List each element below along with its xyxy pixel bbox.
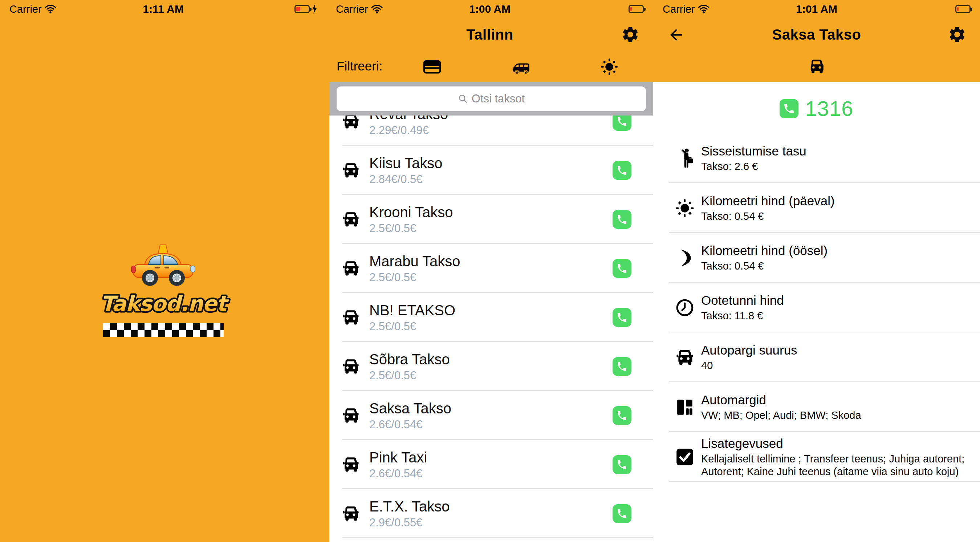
status-bar: Carrier 1:01 AM bbox=[653, 0, 980, 18]
taxi-price: 2.29€/0.49€ bbox=[369, 124, 448, 137]
phone-icon bbox=[616, 263, 628, 274]
settings-gear-icon[interactable] bbox=[947, 25, 967, 44]
hailing-person-icon bbox=[673, 148, 696, 169]
detail-row-title: Lisategevused bbox=[701, 436, 966, 451]
battery-icon bbox=[294, 5, 310, 13]
taxi-name: Saksa Takso bbox=[369, 400, 451, 417]
status-bar: Carrier 1:00 AM bbox=[326, 0, 653, 18]
car-icon bbox=[340, 163, 361, 179]
taxi-name: NB! ETAKSO bbox=[369, 302, 455, 319]
taxi-price: 2.5€/0.5€ bbox=[369, 271, 460, 284]
minivan-filter-icon[interactable] bbox=[510, 57, 530, 77]
phone-icon bbox=[616, 459, 628, 470]
detail-row: Ootetunni hind Takso: 11.8 € bbox=[653, 283, 980, 332]
call-button[interactable] bbox=[612, 406, 632, 425]
page-title: Saksa Takso bbox=[772, 27, 861, 43]
taxi-row[interactable]: Saksa Takso 2.6€/0.54€ bbox=[329, 391, 653, 440]
taxi-name: Sõbra Takso bbox=[369, 351, 450, 368]
phone-icon bbox=[616, 410, 628, 421]
clock-icon bbox=[673, 299, 696, 317]
checkered-flag-strip bbox=[103, 323, 224, 337]
phone-number[interactable]: 1316 bbox=[805, 96, 853, 121]
taxi-name: Marabu Takso bbox=[369, 253, 460, 269]
taxi-row[interactable]: E.T.X. Takso 2.9€/0.55€ bbox=[329, 489, 653, 538]
phone-icon bbox=[616, 164, 628, 176]
detail-row: Automargid VW; MB; Opel; Audi; BMW; Skod… bbox=[653, 382, 980, 432]
taxi-row[interactable]: Pink Taxi 2.6€/0.54€ bbox=[329, 440, 653, 489]
nav-bar: Tallinn bbox=[326, 18, 653, 51]
moon-icon bbox=[673, 249, 696, 267]
detail-row: Lisategevused Kellajaliselt tellimine ; … bbox=[653, 432, 980, 482]
detail-row-value: Takso: 11.8 € bbox=[701, 309, 784, 322]
call-button[interactable] bbox=[780, 99, 799, 118]
call-button[interactable] bbox=[612, 259, 632, 278]
phone-icon bbox=[616, 116, 628, 127]
taxi-price: 2.6€/0.54€ bbox=[369, 418, 451, 431]
taxi-name: Kiisu Takso bbox=[369, 155, 442, 171]
taxi-row[interactable]: Krooni Takso 2.5€/0.5€ bbox=[329, 195, 653, 244]
call-button[interactable] bbox=[612, 308, 632, 327]
car-icon bbox=[340, 408, 361, 424]
logo-wordmark: Taksod.net bbox=[87, 289, 240, 318]
search-icon bbox=[458, 94, 468, 104]
car-icon bbox=[340, 260, 361, 276]
page-title: Tallinn bbox=[466, 27, 513, 43]
taxi-price: 2.5€/0.5€ bbox=[369, 320, 455, 333]
car-icon bbox=[340, 211, 361, 227]
detail-row-value: Takso: 2.6 € bbox=[701, 160, 807, 173]
detail-row-value: Takso: 0.54 € bbox=[701, 210, 835, 223]
phone-icon bbox=[616, 361, 628, 372]
panel-splash: Carrier 1:11 AM bbox=[0, 0, 326, 542]
detail-row-value: Takso: 0.54 € bbox=[701, 260, 827, 273]
detail-row-title: Automargid bbox=[701, 392, 861, 408]
panel-taxi-detail: Carrier 1:01 AM Saksa Takso bbox=[653, 0, 980, 542]
taxi-name: Pink Taxi bbox=[369, 449, 427, 466]
battery-icon bbox=[628, 5, 644, 13]
call-button[interactable] bbox=[612, 357, 632, 376]
detail-row: Kilomeetri hind (öösel) Takso: 0.54 € bbox=[653, 233, 980, 283]
taxi-row[interactable]: Marabu Takso 2.5€/0.5€ bbox=[329, 244, 653, 293]
sun-daytime-filter-icon[interactable] bbox=[599, 57, 619, 77]
grid-icon bbox=[673, 398, 696, 416]
search-bar-strip: Otsi taksot bbox=[329, 82, 653, 116]
call-button[interactable] bbox=[612, 504, 632, 523]
phone-icon bbox=[616, 508, 628, 520]
call-button[interactable] bbox=[612, 455, 632, 474]
taxi-row[interactable]: Sõbra Takso 2.5€/0.5€ bbox=[329, 342, 653, 391]
car-icon bbox=[807, 59, 826, 74]
taxi-detail-content: 1316 Sisseistumise tasu Takso: 2.6 € bbox=[653, 82, 980, 542]
filter-row: Filtreeri: bbox=[326, 51, 653, 82]
taxi-price: 2.5€/0.5€ bbox=[369, 369, 450, 382]
taxi-price: 2.6€/0.54€ bbox=[369, 467, 427, 480]
call-button[interactable] bbox=[612, 161, 632, 180]
taxi-name: E.T.X. Takso bbox=[369, 498, 450, 515]
taxi-price: 2.5€/0.5€ bbox=[369, 222, 453, 235]
taxi-row[interactable]: NB! ETAKSO 2.5€/0.5€ bbox=[329, 293, 653, 342]
detail-row-value: 40 bbox=[701, 359, 797, 372]
detail-row-title: Ootetunni hind bbox=[701, 293, 784, 308]
car-icon bbox=[340, 113, 361, 129]
car-icon bbox=[673, 349, 696, 366]
car-icon bbox=[340, 457, 361, 473]
detail-row-value: Kellajaliselt tellimine ; Transfeer teen… bbox=[701, 453, 966, 478]
status-time: 1:11 AM bbox=[0, 3, 326, 15]
phone-icon bbox=[616, 312, 628, 323]
taxi-cartoon-illustration bbox=[131, 244, 196, 288]
call-button[interactable] bbox=[612, 210, 632, 229]
filter-label: Filtreeri: bbox=[337, 59, 382, 73]
back-arrow-icon[interactable] bbox=[667, 26, 685, 44]
search-placeholder: Otsi taksot bbox=[472, 92, 525, 105]
detail-row-value: VW; MB; Opel; Audi; BMW; Skoda bbox=[701, 409, 861, 422]
battery-icon bbox=[955, 5, 970, 13]
detail-row-title: Autopargi suurus bbox=[701, 343, 797, 358]
detail-row: Sisseistumise tasu Takso: 2.6 € bbox=[653, 133, 980, 183]
settings-gear-icon[interactable] bbox=[620, 25, 640, 44]
taxi-price: 2.84€/0.5€ bbox=[369, 173, 442, 186]
checkbox-icon bbox=[673, 448, 696, 466]
search-input[interactable]: Otsi taksot bbox=[337, 86, 646, 111]
card-payment-filter-icon[interactable] bbox=[422, 57, 442, 77]
taxi-row[interactable]: Kiisu Takso 2.84€/0.5€ bbox=[329, 146, 653, 195]
panel-taxi-list: Carrier 1:00 AM Tallinn bbox=[326, 0, 653, 542]
detail-row-title: Sisseistumise tasu bbox=[701, 143, 807, 159]
taxi-price: 2.9€/0.55€ bbox=[369, 516, 450, 529]
